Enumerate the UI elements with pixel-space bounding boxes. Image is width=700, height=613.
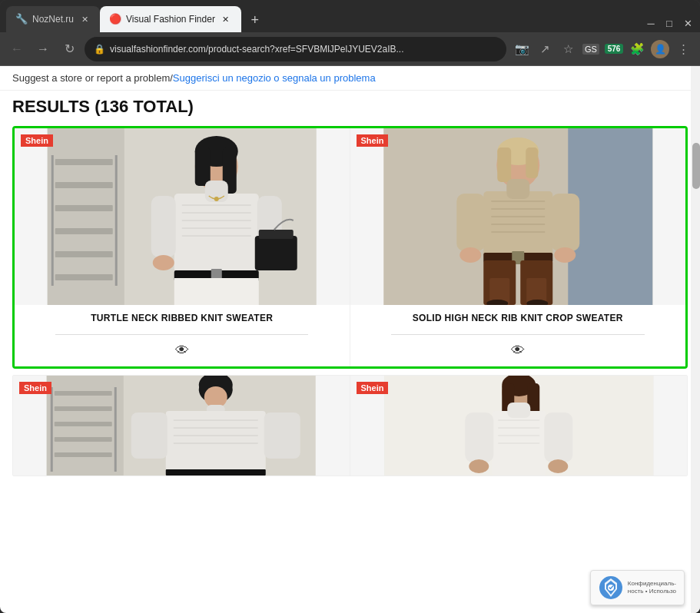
shein-badge-1: Shein: [21, 134, 53, 147]
product-info-1: TURTLE NECK RIBBED KNIT SWEATER 👁: [15, 305, 350, 366]
profile-pic-icon[interactable]: 👤: [649, 38, 671, 60]
product-name-1: TURTLE NECK RIBBED KNIT SWEATER: [91, 313, 273, 323]
refresh-button[interactable]: ↻: [58, 38, 80, 60]
suggest-link[interactable]: Suggerisci un negozio o segnala un probl…: [173, 72, 376, 84]
window-controls: ─ □ ✕: [645, 17, 694, 32]
noznet-tab-close[interactable]: ✕: [78, 13, 91, 25]
svg-rect-22: [151, 196, 176, 257]
menu-icon[interactable]: ⋮: [672, 38, 694, 60]
product-image-2: Shein: [350, 128, 686, 305]
svg-rect-77: [264, 413, 300, 459]
recaptcha-text: Конфиденциаль-ность • Использо: [628, 580, 676, 596]
svg-rect-7: [55, 274, 113, 280]
svg-rect-62: [55, 422, 112, 426]
svg-rect-8: [51, 155, 54, 286]
product-grid: Shein: [0, 120, 700, 613]
svg-rect-40: [506, 179, 529, 199]
shein-badge-2: Shein: [357, 134, 389, 147]
view-icon-1[interactable]: 👁: [175, 343, 189, 359]
suggest-bar: Suggest a store or report a problem/Sugg…: [0, 66, 700, 91]
recaptcha-badge: Конфиденциаль-ность • Использо: [590, 570, 685, 605]
svg-rect-6: [55, 251, 113, 257]
forward-button[interactable]: →: [32, 38, 54, 60]
svg-rect-78: [166, 469, 266, 475]
url-bar[interactable]: 🔒 visualfashionfinder.com/product-search…: [85, 37, 506, 61]
svg-rect-12: [195, 147, 211, 186]
product-svg-3: [13, 376, 350, 475]
product-svg-2: [350, 128, 686, 305]
svg-point-95: [548, 459, 568, 473]
avatar: 👤: [651, 40, 669, 58]
suggest-text: Suggest a store or report a problem/: [12, 72, 173, 84]
svg-rect-47: [551, 194, 579, 251]
svg-rect-2: [55, 159, 113, 165]
svg-rect-37: [526, 147, 538, 178]
product-svg-4: [350, 376, 688, 475]
url-text: visualfashionfinder.com/product-search?x…: [110, 44, 497, 55]
product-image-4: Shein: [350, 376, 688, 475]
share-icon[interactable]: ↗: [534, 38, 556, 60]
product-divider-1: [55, 334, 308, 335]
svg-rect-33: [568, 128, 652, 305]
extension-badge: 576: [605, 44, 624, 54]
svg-rect-93: [544, 413, 572, 462]
svg-rect-9: [115, 155, 118, 286]
svg-rect-66: [114, 387, 117, 472]
shein-badge-3: Shein: [19, 382, 51, 394]
svg-rect-3: [55, 182, 113, 188]
screenshot-icon[interactable]: 📷: [511, 38, 532, 60]
svg-point-49: [554, 247, 576, 263]
svg-rect-65: [51, 387, 53, 472]
bookmark-icon[interactable]: ☆: [557, 38, 579, 60]
close-button[interactable]: ✕: [682, 17, 694, 29]
page-content: Suggest a store or report a problem/Sugg…: [0, 66, 700, 613]
svg-rect-63: [55, 437, 112, 442]
svg-point-48: [459, 247, 481, 263]
svg-rect-60: [55, 391, 112, 396]
address-bar: ← → ↻ 🔒 visualfashionfinder.com/product-…: [0, 32, 700, 66]
toolbar-icons: 📷 ↗ ☆ GS 576 🧩 👤 ⋮: [511, 38, 694, 60]
back-button[interactable]: ←: [6, 38, 28, 60]
scrollbar-thumb[interactable]: [692, 143, 700, 189]
svg-rect-61: [55, 406, 112, 411]
product-card-3[interactable]: Shein: [13, 376, 350, 475]
shein-badge-4: Shein: [357, 382, 389, 394]
svg-rect-5: [55, 228, 113, 234]
extensions-puzzle-icon[interactable]: 🧩: [626, 38, 648, 60]
view-icon-2[interactable]: 👁: [511, 343, 525, 359]
product-image-1: Shein: [15, 128, 350, 305]
browser-window: 🔧 NozNet.ru ✕ 🔴 Visual Fashion Finder ✕ …: [0, 0, 700, 613]
svg-rect-87: [507, 403, 530, 418]
product-card-4[interactable]: Shein: [350, 376, 688, 475]
svg-rect-30: [259, 230, 294, 239]
minimize-button[interactable]: ─: [645, 17, 657, 29]
product-name-2: SOLID HIGH NECK RIB KNIT CROP SWEATER: [413, 313, 623, 323]
product-svg-1: [15, 128, 350, 305]
recaptcha-logo-icon: [599, 575, 623, 600]
translate-icon[interactable]: GS: [580, 38, 602, 60]
new-tab-button[interactable]: +: [244, 9, 266, 31]
product-card-1[interactable]: Shein: [15, 128, 350, 366]
svg-rect-4: [55, 205, 113, 211]
results-header: RESULTS (136 TOTAL): [0, 91, 700, 120]
product-image-3: Shein: [13, 376, 350, 475]
extension-icon[interactable]: 576: [603, 38, 625, 60]
scrollbar[interactable]: [691, 66, 700, 613]
svg-rect-29: [255, 236, 297, 270]
maximize-button[interactable]: □: [663, 17, 675, 29]
product-divider-2: [391, 334, 645, 335]
noznet-tab-icon: 🔧: [15, 13, 28, 25]
noznet-tab-label: NozNet.ru: [32, 14, 74, 25]
featured-products-box: Shein: [12, 126, 688, 369]
svg-rect-28: [174, 278, 259, 305]
lock-icon: 🔒: [94, 44, 105, 55]
tab-vff[interactable]: 🔴 Visual Fashion Finder ✕: [100, 6, 241, 32]
vff-tab-close[interactable]: ✕: [220, 13, 232, 25]
product-card-2[interactable]: Shein: [350, 128, 686, 366]
svg-rect-46: [456, 194, 485, 251]
tab-noznet[interactable]: 🔧 NozNet.ru ✕: [6, 6, 100, 32]
svg-rect-36: [497, 147, 511, 182]
svg-rect-64: [55, 452, 112, 457]
svg-point-94: [469, 459, 489, 473]
svg-rect-92: [465, 413, 493, 462]
